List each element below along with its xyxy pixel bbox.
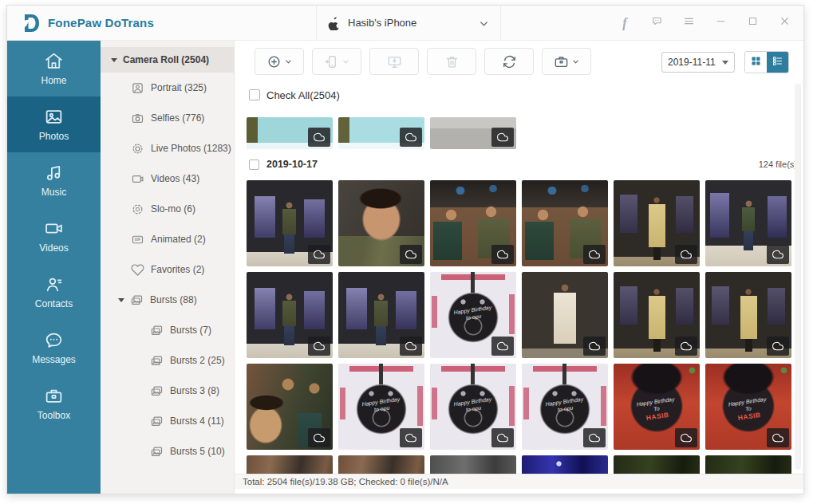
photo-thumbnail[interactable] <box>338 272 424 358</box>
menu-button[interactable] <box>682 17 695 30</box>
refresh-button[interactable] <box>484 48 534 75</box>
sidebar-item-toolbox[interactable]: Toolbox <box>7 376 101 431</box>
delete-icon <box>444 54 460 69</box>
icloud-badge <box>400 428 422 447</box>
photo-thumbnail[interactable] <box>614 272 700 358</box>
sidebar-item-contacts[interactable]: Contacts <box>7 264 101 320</box>
album-item-bursts-2[interactable]: Bursts 2 (25) <box>101 345 234 376</box>
album-item-bursts[interactable]: Bursts (88) <box>101 285 234 315</box>
toolbox-icon <box>44 386 64 406</box>
album-item-live-photos[interactable]: Live Photos (1283) <box>101 133 234 163</box>
more-tools-button[interactable] <box>542 48 591 75</box>
photo-thumbnail[interactable]: Happy Birthdayto opu <box>430 272 516 358</box>
icloud-badge <box>767 245 789 264</box>
icloud-badge <box>400 337 422 356</box>
chevron-down-icon <box>342 58 349 65</box>
album-item-selfies[interactable]: Selfies (776) <box>101 103 234 133</box>
album-item-label: Bursts 3 (8) <box>170 385 219 396</box>
add-icon <box>266 54 282 69</box>
album-item-bursts-3[interactable]: Bursts 3 (8) <box>101 376 234 406</box>
music-icon <box>44 163 64 183</box>
photo-thumbnail[interactable] <box>430 117 516 149</box>
album-item-label: Bursts 2 (25) <box>170 355 225 366</box>
photo-overlay-text: Happy BirthdayToHASIB <box>705 392 791 427</box>
portrait-icon <box>131 81 144 95</box>
photo-thumbnail[interactable] <box>522 180 608 266</box>
maximize-button[interactable] <box>746 17 759 30</box>
sidebar-item-music[interactable]: Music <box>7 152 101 208</box>
main-sidebar: HomePhotosMusicVideosContactsMessagesToo… <box>7 41 101 494</box>
sidebar-item-label: Videos <box>39 242 68 254</box>
expand-triangle-icon[interactable] <box>118 298 124 302</box>
sidebar-item-photos[interactable]: Photos <box>7 96 101 152</box>
photo-thumbnail[interactable] <box>430 180 516 266</box>
icloud-badge <box>583 337 606 356</box>
vertical-scrollbar[interactable] <box>795 84 801 470</box>
menu-icon <box>683 15 695 30</box>
album-item-portrait[interactable]: Portrait (325) <box>101 73 234 103</box>
photo-thumbnail[interactable] <box>247 180 333 266</box>
photo-thumbnail[interactable] <box>614 180 700 266</box>
photo-thumbnail[interactable]: Happy BirthdayToHASIB <box>705 364 791 450</box>
album-item-label: Portrait (325) <box>151 82 207 93</box>
selfies-icon <box>131 112 144 125</box>
album-item-animated[interactable]: GIFAnimated (2) <box>101 224 234 254</box>
album-item-label: Bursts 4 (11) <box>170 415 224 427</box>
photo-thumbnail[interactable] <box>247 272 333 358</box>
photo-thumbnail[interactable] <box>247 364 333 450</box>
status-bar: Total: 2504 file(s)/19.38 GB; Checked: 0… <box>235 474 803 489</box>
delete-button <box>427 48 476 75</box>
album-item-bursts-5[interactable]: Bursts 5 (10) <box>101 436 234 467</box>
list-view-button[interactable] <box>767 52 788 73</box>
icloud-badge <box>400 245 422 264</box>
photo-thumbnail[interactable] <box>338 180 424 266</box>
close-button[interactable] <box>778 17 791 30</box>
minimize-button[interactable] <box>714 17 727 30</box>
date-group-count: 124 file(s) <box>759 159 797 169</box>
expand-triangle-icon[interactable] <box>111 58 117 62</box>
album-item-favorites[interactable]: Favorites (2) <box>101 254 234 285</box>
bursts-icon <box>150 415 164 428</box>
feedback-icon <box>651 15 663 30</box>
chevron-down-icon <box>285 58 292 65</box>
date-filter-value: 2019-11-11 <box>668 57 716 68</box>
album-item-slo-mo[interactable]: Slo-mo (6) <box>101 194 234 224</box>
check-all-checkbox[interactable] <box>249 89 260 100</box>
photo-thumbnail[interactable] <box>705 180 791 266</box>
gif-icon: GIF <box>131 233 144 246</box>
sidebar-item-videos[interactable]: Videos <box>7 208 101 264</box>
bursts-icon <box>150 324 164 337</box>
sidebar-item-label: Photos <box>39 131 69 142</box>
apple-icon <box>328 16 341 30</box>
facebook-icon: f <box>622 17 626 30</box>
photo-thumbnail[interactable] <box>247 117 333 149</box>
status-summary: Total: 2504 file(s)/19.38 GB; Checked: 0… <box>243 477 448 486</box>
album-item-videos[interactable]: Videos (43) <box>101 163 234 194</box>
icloud-badge <box>491 245 514 264</box>
photo-thumbnail[interactable]: Happy Birthdayto opu <box>430 364 516 450</box>
icloud-badge <box>400 128 422 147</box>
icloud-badge <box>491 128 514 147</box>
add-button[interactable] <box>255 48 304 75</box>
maximize-icon <box>747 15 759 30</box>
photo-thumbnail[interactable] <box>522 272 608 358</box>
photo-thumbnail[interactable] <box>705 272 791 358</box>
photo-thumbnail[interactable] <box>338 117 424 149</box>
date-filter-dropdown[interactable]: 2019-11-11 <box>661 52 735 73</box>
album-item-camera-roll[interactable]: Camera Roll (2504) <box>101 47 234 73</box>
album-item-bursts-4[interactable]: Bursts 4 (11) <box>101 406 234 436</box>
device-selector[interactable]: Hasib's iPhone <box>316 6 501 40</box>
grid-view-button[interactable] <box>745 52 767 73</box>
sidebar-item-messages[interactable]: Messages <box>7 320 101 376</box>
minimize-icon <box>715 15 727 30</box>
date-group-checkbox[interactable] <box>249 159 259 170</box>
feedback-button[interactable] <box>650 17 663 30</box>
photo-thumbnail[interactable]: Happy Birthdayto opu <box>522 364 608 450</box>
album-item-bursts-1[interactable]: Bursts (7) <box>101 315 234 345</box>
sidebar-item-home[interactable]: Home <box>7 41 101 96</box>
facebook-button[interactable]: f <box>618 17 631 30</box>
window-controls: f <box>618 17 791 30</box>
photo-thumbnail[interactable]: Happy Birthdayto opu <box>338 364 424 450</box>
photo-thumbnail[interactable]: Happy BirthdayToHASIB <box>614 364 700 450</box>
chevron-down-icon <box>722 61 728 65</box>
